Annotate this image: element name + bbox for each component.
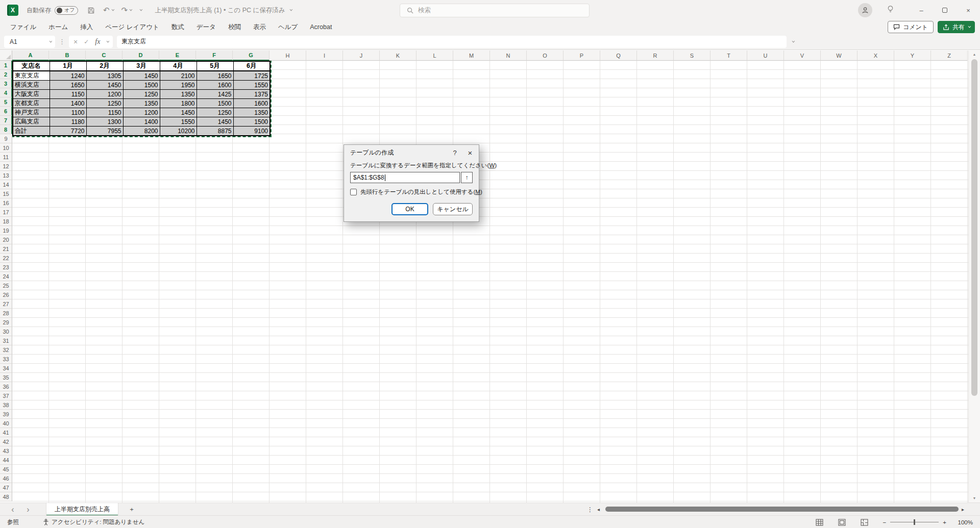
cell[interactable]: 1375: [233, 90, 270, 99]
confirm-entry-button[interactable]: ✓: [84, 38, 89, 45]
cell[interactable]: 広島支店: [13, 117, 50, 127]
save-button[interactable]: [87, 7, 95, 14]
accessibility-status[interactable]: アクセシビリティ: 問題ありません: [43, 518, 144, 526]
worksheet-grid[interactable]: 支店名1月2月3月4月5月6月東京支店124013051450210016501…: [12, 61, 968, 502]
row-header-26[interactable]: 26: [0, 290, 12, 299]
ribbon-tab-ヘルプ[interactable]: ヘルプ: [272, 20, 304, 34]
vertical-scrollbar-thumb[interactable]: [971, 59, 977, 396]
row-header-40[interactable]: 40: [0, 419, 12, 428]
row-header-33[interactable]: 33: [0, 355, 12, 364]
cell[interactable]: 8875: [197, 127, 233, 136]
share-button[interactable]: 共有: [938, 21, 975, 33]
row-header-47[interactable]: 47: [0, 483, 12, 492]
tab-overflow-icon[interactable]: ⋮: [587, 503, 593, 516]
column-header-E[interactable]: E: [159, 51, 196, 61]
row-header-3[interactable]: 3: [0, 79, 12, 88]
expand-formula-bar-icon[interactable]: [792, 39, 795, 42]
row-header-30[interactable]: 30: [0, 327, 12, 336]
cell[interactable]: 1400: [123, 117, 160, 127]
cell[interactable]: 東京支店: [13, 71, 50, 81]
cell-header[interactable]: 2月: [86, 61, 123, 71]
close-button[interactable]: ×: [957, 0, 980, 20]
search-input[interactable]: 検索: [400, 4, 590, 17]
row-header-7[interactable]: 7: [0, 116, 12, 125]
next-sheet-button[interactable]: ›: [21, 503, 35, 516]
account-avatar[interactable]: [858, 3, 872, 17]
dialog-help-button[interactable]: ?: [448, 149, 461, 157]
cell[interactable]: 1450: [160, 108, 197, 117]
cell[interactable]: 1150: [86, 108, 123, 117]
row-header-9[interactable]: 9: [0, 134, 12, 143]
cell-header[interactable]: 支店名: [13, 61, 50, 71]
ribbon-tab-表示[interactable]: 表示: [247, 20, 272, 34]
cell[interactable]: 1600: [233, 99, 270, 108]
column-header-S[interactable]: S: [674, 51, 710, 61]
row-header-34[interactable]: 34: [0, 364, 12, 373]
row-header-21[interactable]: 21: [0, 244, 12, 254]
prev-sheet-button[interactable]: ‹: [6, 503, 19, 516]
zoom-slider[interactable]: [890, 522, 939, 522]
add-sheet-button[interactable]: ＋: [126, 503, 138, 516]
ribbon-tab-ホーム[interactable]: ホーム: [42, 20, 74, 34]
column-header-Y[interactable]: Y: [894, 51, 931, 61]
page-layout-view-button[interactable]: [831, 519, 853, 526]
cell[interactable]: 1300: [86, 117, 123, 127]
column-header-K[interactable]: K: [380, 51, 416, 61]
column-header-O[interactable]: O: [527, 51, 564, 61]
cell[interactable]: 1240: [50, 71, 86, 81]
hscroll-left-icon[interactable]: ◂: [597, 503, 600, 516]
row-header-19[interactable]: 19: [0, 226, 12, 235]
cell[interactable]: 1150: [50, 90, 86, 99]
range-input[interactable]: $A$1:$G$8: [350, 172, 460, 183]
column-header-Z[interactable]: Z: [931, 51, 968, 61]
document-title[interactable]: 上半期支店別売上高 (1) • この PC に保存済み: [155, 6, 291, 15]
cell[interactable]: 1500: [233, 117, 270, 127]
ribbon-tab-ファイル[interactable]: ファイル: [4, 20, 42, 34]
column-header-B[interactable]: B: [49, 51, 86, 61]
cell[interactable]: 1950: [160, 81, 197, 90]
column-header-T[interactable]: T: [710, 51, 747, 61]
ribbon-tab-ページ レイアウト[interactable]: ページ レイアウト: [99, 20, 165, 34]
cell[interactable]: 2100: [160, 71, 197, 81]
ribbon-tab-校閲[interactable]: 校閲: [222, 20, 247, 34]
row-header-18[interactable]: 18: [0, 217, 12, 226]
cell[interactable]: 1550: [160, 117, 197, 127]
column-header-L[interactable]: L: [416, 51, 453, 61]
cell[interactable]: 1305: [86, 71, 123, 81]
cell[interactable]: 1350: [233, 108, 270, 117]
cell[interactable]: 1450: [123, 71, 160, 81]
horizontal-scrollbar-thumb[interactable]: [605, 507, 959, 512]
cell[interactable]: 横浜支店: [13, 81, 50, 90]
cell[interactable]: 1450: [86, 81, 123, 90]
qat-customize-button[interactable]: [139, 9, 141, 11]
cell-header[interactable]: 5月: [197, 61, 233, 71]
row-header-41[interactable]: 41: [0, 428, 12, 437]
cell[interactable]: 1600: [197, 81, 233, 90]
cell[interactable]: 1800: [160, 99, 197, 108]
column-header-Q[interactable]: Q: [600, 51, 637, 61]
row-header-35[interactable]: 35: [0, 373, 12, 382]
row-header-48[interactable]: 48: [0, 492, 12, 501]
excel-app-icon[interactable]: X: [7, 5, 18, 16]
column-header-N[interactable]: N: [490, 51, 527, 61]
cell[interactable]: 7955: [86, 127, 123, 136]
undo-button[interactable]: ↶: [103, 6, 113, 15]
row-header-45[interactable]: 45: [0, 465, 12, 474]
row-header-2[interactable]: 2: [0, 70, 12, 79]
zoom-slider-thumb[interactable]: [914, 519, 915, 525]
zoom-out-button[interactable]: −: [883, 519, 887, 525]
column-header-J[interactable]: J: [343, 51, 380, 61]
cell[interactable]: 9100: [233, 127, 270, 136]
column-header-D[interactable]: D: [122, 51, 159, 61]
range-picker-button[interactable]: ↑: [461, 172, 473, 183]
header-checkbox-row[interactable]: 先頭行をテーブルの見出しとして使用する(M): [350, 188, 473, 196]
zoom-in-button[interactable]: +: [943, 519, 946, 525]
page-break-view-button[interactable]: [853, 519, 876, 526]
scroll-up-icon[interactable]: ▲: [969, 51, 980, 59]
insert-function-button[interactable]: fx: [95, 38, 100, 46]
row-header-42[interactable]: 42: [0, 437, 12, 446]
row-header-31[interactable]: 31: [0, 336, 12, 345]
row-header-43[interactable]: 43: [0, 446, 12, 456]
cell[interactable]: 8200: [123, 127, 160, 136]
cell[interactable]: 1250: [197, 108, 233, 117]
